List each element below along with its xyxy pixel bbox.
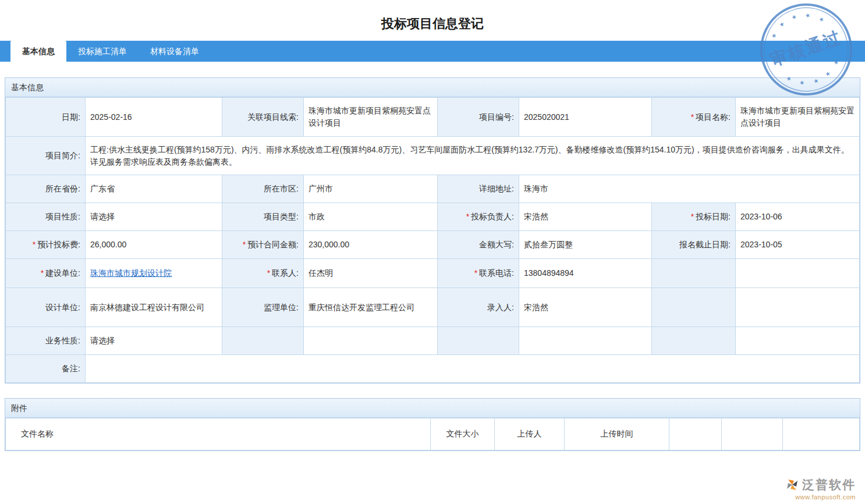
required-marker: *	[33, 240, 36, 249]
related-clue-value: 珠海市城市更新项目紫桐苑安置点设计项目	[304, 98, 438, 137]
empty-value	[736, 259, 860, 288]
construction-unit-label-text: 建设单位:	[45, 268, 80, 278]
form-row-5: *预计投标费: 26,000.00 *预计合同金额: 230,000.00 金额…	[6, 231, 860, 259]
stamp-star-icon: ★	[824, 70, 831, 77]
brand-name: 泛普软件	[802, 477, 856, 493]
recorder-value: 宋浩然	[519, 288, 652, 327]
tab-basic-info[interactable]: 基本信息	[10, 41, 66, 62]
bid-leader-value: 宋浩然	[519, 203, 652, 231]
project-name-label-text: 项目名称:	[696, 112, 731, 122]
empty-value	[519, 327, 652, 355]
form-row-8: 业务性质: 请选择	[6, 327, 860, 355]
form-row-2: 项目简介: 工程:供水主线更换工程(预算约158万元)、内污、雨排水系统改造工程…	[6, 137, 860, 175]
attachments-empty-column	[722, 418, 783, 450]
deadline-label: 报名截止日期:	[652, 231, 736, 259]
remark-value	[86, 355, 860, 383]
tab-bid-construction-list[interactable]: 投标施工清单	[66, 41, 139, 62]
project-nature-value: 请选择	[86, 203, 222, 231]
project-nature-label: 项目性质:	[6, 203, 86, 231]
empty-label	[652, 259, 736, 288]
attachments-section-title: 附件	[5, 399, 860, 418]
attachments-empty-column	[783, 418, 860, 450]
phone-value: 13804894894	[519, 259, 652, 288]
city-label: 所在市区:	[222, 175, 304, 203]
empty-value	[736, 288, 860, 327]
construction-unit-value: 珠海市城市规划设计院	[86, 259, 222, 288]
required-marker: *	[691, 212, 694, 221]
amount-words-label: 金额大写:	[438, 231, 519, 259]
form-row-3: 所在省份: 广东省 所在市区: 广州市 详细地址: 珠海市	[6, 175, 860, 203]
supervision-unit-value: 重庆恒信达开发监理工程公司	[304, 288, 438, 327]
empty-value	[304, 327, 438, 355]
empty-label	[652, 327, 736, 355]
business-nature-value: 请选择	[86, 327, 222, 355]
bid-date-value: 2023-10-06	[736, 203, 860, 231]
business-nature-label: 业务性质:	[6, 327, 86, 355]
bid-fee-label: *预计投标费:	[6, 231, 86, 259]
required-marker: *	[267, 268, 270, 278]
summary-label: 项目简介:	[6, 137, 86, 175]
contract-amount-label: *预计合同金额:	[222, 231, 304, 259]
construction-unit-link[interactable]: 珠海市城市规划设计院	[90, 268, 172, 278]
bid-fee-value: 26,000.00	[86, 231, 222, 259]
phone-label-text: 联系电话:	[479, 268, 514, 278]
bid-leader-label: *投标负责人:	[438, 203, 519, 231]
project-type-value: 市政	[304, 203, 438, 231]
project-no-label: 项目编号:	[438, 98, 519, 137]
empty-label	[222, 327, 304, 355]
attachments-empty-column	[669, 418, 722, 450]
brand-url: www.fanpusoft.com	[786, 494, 856, 501]
form-row-1: 日期: 2025-02-16 关联项目线索: 珠海市城市更新项目紫桐苑安置点设计…	[6, 98, 860, 137]
bid-date-label: *投标日期:	[652, 203, 736, 231]
amount-words-value: 贰拾叁万圆整	[519, 231, 652, 259]
related-clue-label: 关联项目线索:	[222, 98, 304, 137]
remark-label: 备注:	[6, 355, 86, 383]
design-unit-label: 设计单位:	[6, 288, 86, 327]
bid-fee-label-text: 预计投标费:	[37, 240, 80, 249]
basic-info-section-title: 基本信息	[5, 78, 860, 97]
contract-amount-value: 230,000.00	[304, 231, 438, 259]
phone-label: *联系电话:	[438, 259, 519, 288]
attachments-header-row: 文件名称 文件大小 上传人 上传时间	[6, 418, 860, 450]
construction-unit-label: *建设单位:	[6, 259, 86, 288]
fanpu-logo-icon	[786, 478, 799, 491]
design-unit-value: 南京林德建设工程设计有限公司	[86, 288, 222, 327]
required-marker: *	[474, 268, 477, 278]
address-label: 详细地址:	[438, 175, 519, 203]
attachments-column-upload-time: 上传时间	[565, 418, 669, 450]
date-label: 日期:	[6, 98, 86, 137]
required-marker: *	[466, 212, 469, 221]
supervision-unit-label: 监理单位:	[222, 288, 304, 327]
attachments-table: 文件名称 文件大小 上传人 上传时间	[5, 418, 860, 450]
required-marker: *	[41, 268, 44, 278]
project-name-label: *项目名称:	[652, 98, 736, 137]
page-title: 投标项目信息登记	[0, 0, 865, 41]
contact-label-text: 联系人:	[272, 268, 299, 278]
required-marker: *	[243, 240, 246, 249]
basic-info-section: 基本信息 日期: 2025-02-16 关联项目线索: 珠海市城市更新项目紫桐苑…	[5, 77, 860, 384]
project-name-value: 珠海市城市更新项目紫桐苑安置点设计项目	[736, 98, 860, 137]
date-value: 2025-02-16	[86, 98, 222, 137]
form-row-7: 设计单位: 南京林德建设工程设计有限公司 监理单位: 重庆恒信达开发监理工程公司…	[6, 288, 860, 327]
contact-value: 任杰明	[304, 259, 438, 288]
form-row-9: 备注:	[6, 355, 860, 383]
required-marker: *	[691, 112, 694, 122]
province-label: 所在省份:	[6, 175, 86, 203]
province-value: 广东省	[86, 175, 222, 203]
tab-material-equipment-list[interactable]: 材料设备清单	[139, 41, 211, 62]
empty-label	[438, 327, 519, 355]
recorder-label: 录入人:	[438, 288, 519, 327]
bid-date-label-text: 投标日期:	[696, 212, 731, 221]
basic-info-form-table: 日期: 2025-02-16 关联项目线索: 珠海市城市更新项目紫桐苑安置点设计…	[5, 97, 860, 383]
attachments-column-file-name: 文件名称	[6, 418, 431, 450]
attachments-column-file-size: 文件大小	[431, 418, 495, 450]
address-value: 珠海市	[519, 175, 860, 203]
tab-bar: 基本信息 投标施工清单 材料设备清单	[0, 41, 865, 62]
form-row-6: *建设单位: 珠海市城市规划设计院 *联系人: 任杰明 *联系电话: 13804…	[6, 259, 860, 288]
contract-amount-label-text: 预计合同金额:	[247, 240, 299, 249]
bid-leader-label-text: 投标负责人:	[471, 212, 514, 221]
project-no-value: 2025020021	[519, 98, 652, 137]
summary-value: 工程:供水主线更换工程(预算约158万元)、内污、雨排水系统改造工程(预算约84…	[86, 137, 860, 175]
project-type-label: 项目类型:	[222, 203, 304, 231]
form-row-4: 项目性质: 请选择 项目类型: 市政 *投标负责人: 宋浩然 *投标日期: 20…	[6, 203, 860, 231]
